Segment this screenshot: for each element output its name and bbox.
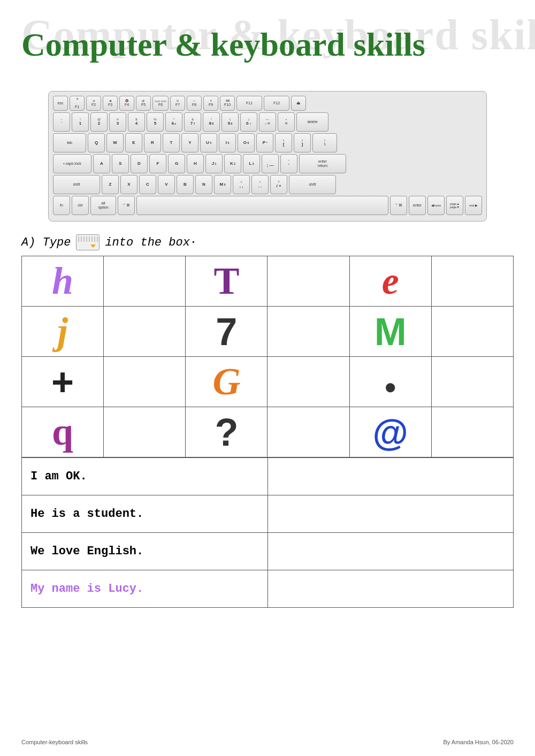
- grid-row-2: j 7 M: [22, 307, 514, 357]
- key-shift-left: shift: [53, 175, 100, 194]
- kb-bottom-row: fn ctrl altoption ⌃ ⌘ ⌃ ⌘ enter ◀home pa…: [53, 196, 482, 215]
- key-cmd-right: ⌃ ⌘: [390, 196, 407, 215]
- grid-row-4: q ? @: [22, 407, 514, 457]
- input-q[interactable]: [104, 407, 186, 457]
- input-j[interactable]: [104, 307, 186, 357]
- key-x: X: [120, 175, 137, 194]
- input-at[interactable]: [431, 407, 513, 457]
- key-q: Q: [88, 133, 105, 152]
- key-0: )0 ✓: [240, 112, 257, 132]
- key-2: @2: [90, 112, 108, 132]
- key-slash: ?/ +: [270, 175, 287, 194]
- kb-num-row: ~` !1 @2 #3 $4 %5 ^6 c &7 7 *8 8 (9 9 )0…: [53, 112, 482, 132]
- footer-right: By Amanda Hsun, 06-2020: [444, 739, 514, 745]
- key-equals: +=: [278, 112, 295, 132]
- key-esc: esc: [53, 96, 68, 111]
- key-f10: ⌨ F10: [220, 96, 235, 111]
- key-9: (9 9: [221, 112, 239, 132]
- key-semicolon: :; —: [262, 154, 279, 173]
- input-G[interactable]: [268, 357, 349, 407]
- key-f6: num lock F6: [152, 96, 169, 111]
- section-a-after: into the box·: [105, 236, 197, 249]
- key-cmd-left: ⌃ ⌘: [118, 196, 135, 215]
- key-w: W: [106, 133, 124, 152]
- grid-row-3: + G ●: [22, 357, 514, 407]
- sentence-row-1: I am OK.: [22, 458, 514, 495]
- kb-asdf-row: • caps lock A S D F G H J 1 K 2 L 3 :; —…: [53, 154, 482, 173]
- key-f11: F11: [236, 96, 262, 111]
- key-y: Y: [181, 133, 198, 152]
- input-M[interactable]: [431, 307, 513, 357]
- sentence-3-input[interactable]: [268, 533, 514, 570]
- input-dot[interactable]: [431, 357, 513, 407]
- keyboard-icon: [76, 234, 100, 250]
- keyboard-diagram: esc ✳F1 ✳ F2 ◀ F3 🔇 F4 🔊 F5 num lock F6 …: [48, 91, 487, 222]
- section-a-label: A) Type into the box·: [21, 234, 514, 250]
- key-fn: fn: [53, 196, 70, 215]
- key-o: O 6: [238, 133, 255, 152]
- sentence-row-4: My name is Lucy.: [22, 570, 514, 608]
- key-tilde: ~`: [53, 112, 70, 132]
- sentence-table: I am OK. He is a student. We love Englis…: [21, 457, 514, 608]
- kb-fn-row: esc ✳F1 ✳ F2 ◀ F3 🔇 F4 🔊 F5 num lock F6 …: [53, 96, 482, 111]
- key-f8: — F8: [187, 96, 202, 111]
- sentence-4-input[interactable]: [268, 570, 514, 608]
- sentence-2-label: He is a student.: [22, 495, 268, 533]
- sentence-1-input[interactable]: [268, 458, 514, 495]
- key-c: C: [139, 175, 156, 194]
- key-d: D: [131, 154, 148, 173]
- section-a-before: A) Type: [21, 236, 71, 249]
- key-m: M 0: [214, 175, 231, 194]
- key-alt-option: altoption: [90, 196, 116, 215]
- key-rbracket: }]: [294, 133, 311, 152]
- key-quote: "': [280, 154, 297, 173]
- char-question-cell: ?: [186, 407, 268, 457]
- key-e: E: [125, 133, 142, 152]
- kb-zxcv-row: shift Z X C V B N M 0 <, , >. . ?/ + shi…: [53, 175, 482, 194]
- key-z: Z: [102, 175, 119, 194]
- key-h: H: [187, 154, 204, 173]
- char-G-cell: G: [186, 357, 268, 407]
- char-q-cell: q: [22, 407, 104, 457]
- key-f12: F12: [264, 96, 289, 111]
- key-3: #3: [109, 112, 126, 132]
- key-7: &7 7: [184, 112, 201, 132]
- input-7[interactable]: [268, 307, 349, 357]
- key-backslash: |\: [312, 133, 337, 152]
- input-e[interactable]: [431, 256, 513, 307]
- char-h-cell: h: [22, 256, 104, 307]
- key-eject: ⏏: [291, 96, 306, 111]
- key-f9: ☀ F9: [203, 96, 218, 111]
- key-i: I 5: [219, 133, 236, 152]
- key-1: !1: [72, 112, 89, 132]
- key-s: S: [112, 154, 129, 173]
- sentence-2-input[interactable]: [268, 495, 514, 533]
- key-f5: 🔊 F5: [136, 96, 151, 111]
- key-f2: ✳ F2: [86, 96, 101, 111]
- key-comma: <, ,: [233, 175, 250, 194]
- key-v: V: [158, 175, 175, 194]
- key-pageup: page▲page▼: [446, 196, 463, 215]
- key-period: >. .: [251, 175, 269, 194]
- key-u: U 4: [200, 133, 217, 152]
- key-a: A: [93, 154, 110, 173]
- input-T[interactable]: [268, 256, 349, 307]
- key-lbracket: {[: [275, 133, 292, 152]
- key-capslock: • caps lock: [53, 154, 91, 173]
- char-7-cell: 7: [186, 307, 268, 357]
- char-T-cell: T: [186, 256, 268, 307]
- input-h[interactable]: [104, 256, 186, 307]
- key-8: *8 8: [203, 112, 220, 132]
- character-grid: h T e j 7 M + G ● q ? @: [21, 256, 514, 457]
- key-enter-numpad: enter: [409, 196, 426, 215]
- key-5: %5: [147, 112, 164, 132]
- title-container: Computer & keyboard skills Computer & ke…: [21, 11, 514, 80]
- input-question[interactable]: [268, 407, 349, 457]
- key-shift-right: shift: [289, 175, 336, 194]
- key-j: J 1: [205, 154, 223, 173]
- input-plus[interactable]: [104, 357, 186, 407]
- key-f: F: [149, 154, 166, 173]
- key-home: ◀home: [427, 196, 445, 215]
- key-4: $4: [128, 112, 145, 132]
- sentence-row-3: We love English.: [22, 533, 514, 570]
